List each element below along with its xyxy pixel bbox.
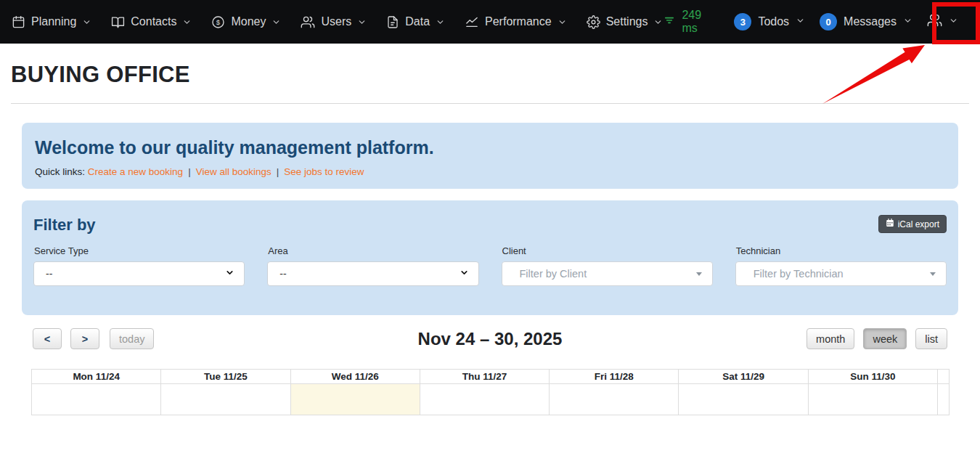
calendar-icon	[886, 219, 894, 229]
nav-label: Settings	[606, 15, 648, 28]
book-icon	[111, 15, 125, 29]
chevron-down-icon	[357, 17, 367, 27]
day-header: Mon 11/24	[32, 370, 161, 384]
service-type-value: --	[46, 268, 52, 280]
area-value: --	[279, 268, 286, 280]
day-header: Fri 11/28	[550, 370, 679, 384]
document-icon	[386, 15, 399, 29]
technician-label: Technician	[736, 245, 947, 256]
ical-export-button[interactable]: iCal export	[878, 215, 947, 233]
gutter-header	[938, 370, 950, 384]
latency-value: 249 ms	[682, 9, 719, 35]
filter-field-technician: Technician Filter by Technician	[735, 245, 947, 286]
filter-field-client: Client Filter by Client	[502, 245, 713, 286]
calendar-today-button[interactable]: today	[110, 328, 154, 349]
view-list-button[interactable]: list	[915, 328, 947, 349]
chevron-down-icon	[82, 17, 91, 27]
calendar-prev-button[interactable]: <	[33, 328, 62, 349]
main-nav: Planning Contacts $ Money Users Data Per…	[12, 15, 663, 29]
day-header: Sun 11/30	[808, 370, 937, 384]
chevron-down-icon	[653, 17, 663, 27]
day-header: Wed 11/26	[290, 370, 420, 384]
chevron-down-icon	[949, 15, 958, 28]
users-icon	[927, 13, 942, 30]
latency-indicator: 249 ms	[663, 9, 719, 35]
chevron-down-icon	[460, 268, 469, 280]
todos-menu[interactable]: 3 Todos	[734, 13, 805, 30]
filter-fields: Service Type -- Area -- Client Filter by…	[33, 245, 947, 286]
ical-export-label: iCal export	[898, 219, 939, 229]
client-filter-input[interactable]: Filter by Client	[502, 261, 713, 286]
day-cell-fri[interactable]	[550, 384, 679, 415]
link-create-booking[interactable]: Create a new booking	[88, 166, 183, 177]
svg-text:$: $	[216, 17, 221, 25]
nav-label: Users	[321, 15, 351, 28]
link-separator: |	[188, 166, 191, 177]
day-header: Sat 11/29	[679, 370, 808, 384]
messages-label: Messages	[844, 15, 897, 28]
calendar-toolbar: < > today Nov 24 – 30, 2025 month week l…	[33, 328, 947, 349]
view-week-button[interactable]: week	[863, 328, 907, 349]
calendar-body-row	[32, 384, 950, 415]
nav-planning[interactable]: Planning	[12, 15, 91, 29]
todos-label: Todos	[758, 15, 789, 28]
chevron-down-icon	[796, 15, 805, 28]
filter-heading: Filter by	[33, 216, 947, 235]
nav-performance[interactable]: Performance	[465, 15, 567, 29]
nav-data[interactable]: Data	[386, 15, 445, 29]
top-navigation-bar: Planning Contacts $ Money Users Data Per…	[0, 0, 980, 44]
chevron-down-icon	[182, 17, 192, 27]
day-cell-thu[interactable]	[420, 384, 549, 415]
filter-field-area: Area --	[267, 245, 478, 286]
day-cell-mon[interactable]	[32, 384, 161, 415]
main-content: BUYING OFFICE Welcome to our quality man…	[0, 62, 980, 315]
day-cell-tue[interactable]	[161, 384, 290, 415]
chart-icon	[465, 15, 479, 29]
technician-placeholder: Filter by Technician	[754, 268, 844, 280]
users-icon	[301, 15, 315, 29]
welcome-panel: Welcome to our quality management platfo…	[22, 123, 958, 189]
day-header: Thu 11/27	[420, 370, 549, 384]
nav-label: Performance	[485, 15, 552, 28]
nav-right-cluster: 249 ms 3 Todos 0 Messages	[663, 9, 968, 35]
messages-menu[interactable]: 0 Messages	[820, 13, 912, 30]
link-jobs-review[interactable]: See jobs to review	[284, 166, 364, 177]
area-label: Area	[268, 245, 478, 256]
calendar-next-button[interactable]: >	[70, 328, 99, 349]
nav-users[interactable]: Users	[301, 15, 367, 29]
client-label: Client	[502, 245, 713, 256]
service-type-label: Service Type	[34, 245, 245, 256]
calendar-view-switcher: month week list	[807, 328, 947, 349]
view-month-button[interactable]: month	[807, 328, 854, 349]
filter-field-service-type: Service Type --	[33, 245, 245, 286]
title-divider	[11, 103, 969, 104]
service-type-select[interactable]: --	[33, 261, 245, 286]
link-view-bookings[interactable]: View all bookings	[196, 166, 271, 177]
day-cell-sun[interactable]	[808, 384, 937, 415]
day-cell-wed-today[interactable]	[290, 384, 420, 415]
dollar-circle-icon: $	[211, 15, 225, 29]
chevron-down-icon	[271, 17, 281, 27]
page-title: BUYING OFFICE	[11, 62, 969, 88]
chevron-down-icon	[436, 17, 445, 27]
user-account-menu[interactable]	[927, 13, 958, 30]
nav-contacts[interactable]: Contacts	[111, 15, 192, 29]
chevron-down-icon	[558, 17, 567, 27]
messages-count-badge: 0	[820, 13, 837, 30]
gutter-cell	[938, 384, 950, 415]
filter-panel: Filter by iCal export Service Type -- Ar…	[22, 200, 958, 315]
caret-down-icon	[696, 272, 702, 276]
nav-money[interactable]: $ Money	[211, 15, 281, 29]
caret-down-icon	[930, 272, 936, 276]
nav-label: Money	[231, 15, 266, 28]
area-select[interactable]: --	[267, 261, 478, 286]
quick-links: Quick links: Create a new booking|View a…	[35, 166, 945, 177]
link-separator: |	[277, 166, 279, 177]
calendar-header-row: Mon 11/24 Tue 11/25 Wed 11/26 Thu 11/27 …	[32, 370, 950, 384]
nav-label: Planning	[31, 15, 76, 28]
nav-settings[interactable]: Settings	[587, 15, 663, 29]
technician-filter-input[interactable]: Filter by Technician	[735, 261, 947, 286]
day-cell-sat[interactable]	[679, 384, 808, 415]
calendar-title: Nov 24 – 30, 2025	[418, 329, 563, 349]
gear-icon	[587, 15, 600, 29]
